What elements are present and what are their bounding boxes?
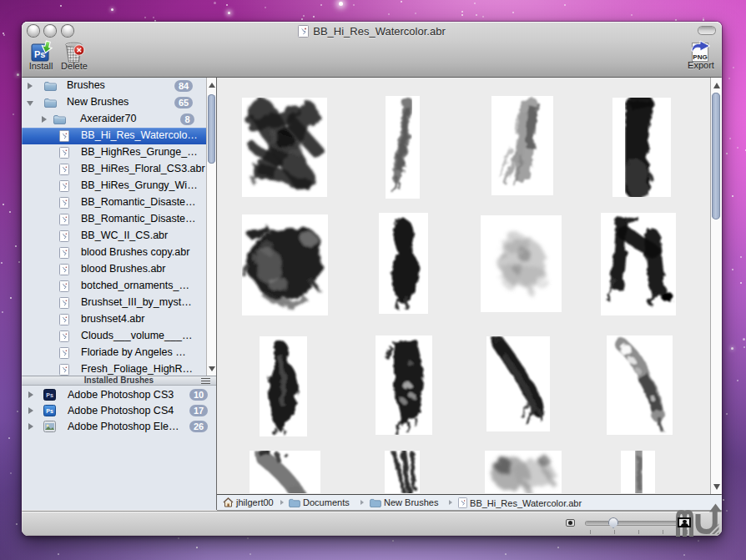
svg-text:Ps: Ps [34,49,45,59]
svg-text:Ps: Ps [46,392,53,398]
svg-text:Ps: Ps [46,408,53,414]
